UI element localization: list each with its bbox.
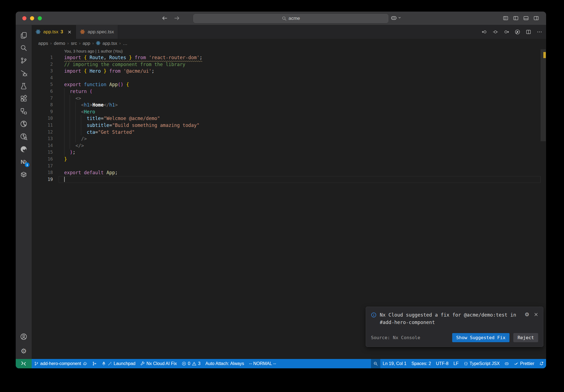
vim-mode-status[interactable]: -- NORMAL -- [246, 359, 278, 368]
status-text: LF [453, 361, 459, 366]
line-number: 14 [32, 142, 53, 149]
line-number: 16 [32, 156, 53, 163]
copilot-status[interactable] [502, 359, 511, 368]
breadcrumb-item[interactable]: demo [54, 41, 65, 46]
status-text: 0 [188, 361, 190, 366]
code-line-16: 16} [32, 156, 546, 163]
encoding-status[interactable]: UTF-8 [433, 359, 451, 368]
nav-back-icon[interactable] [482, 29, 487, 35]
prettier-status[interactable]: Prettier [511, 359, 537, 368]
notification-toast: Nx Cloud suggested a fix for @acme/demo:… [366, 307, 543, 347]
tab-app.tsx[interactable]: app.tsx3 [32, 25, 76, 39]
activity-item-search[interactable] [17, 42, 30, 54]
activity-item-testing[interactable] [17, 80, 30, 92]
breadcrumb-item[interactable]: app [83, 41, 90, 46]
breadcrumb-separator: › [50, 41, 52, 45]
line-number: 5 [32, 81, 53, 88]
panel-left-icon[interactable] [513, 15, 519, 21]
tab-close-icon[interactable] [67, 29, 72, 34]
code-line-11: 11 subtitle="Build something amazing tod… [32, 122, 546, 129]
notification-settings-gear-icon[interactable]: ⚙ [525, 311, 529, 317]
react-icon [96, 41, 101, 46]
close-window-button[interactable] [22, 16, 26, 20]
activity-item-extensions[interactable] [17, 92, 30, 105]
editor-actions [482, 25, 542, 39]
activity-item-source-control[interactable] [17, 54, 30, 67]
title-bar: acme [16, 12, 546, 25]
activity-badge: 1 [25, 162, 29, 167]
activity-item-explorer[interactable] [17, 29, 30, 42]
status-text: Spaces: 2 [411, 361, 431, 366]
breadcrumb-symbol[interactable]: … [123, 41, 128, 46]
status-text: Nx Cloud AI Fix [147, 361, 177, 366]
text-cursor [64, 177, 65, 182]
copilot-menu[interactable] [391, 15, 402, 21]
activity-item-account[interactable] [17, 330, 30, 343]
nav-forward-icon[interactable] [504, 29, 509, 35]
tab-bar: app.tsx3app.spec.tsx [32, 25, 546, 39]
run-circle-icon[interactable] [515, 29, 520, 35]
editor-scrollbar[interactable] [541, 49, 546, 141]
activity-bar: N1⚙ [16, 25, 32, 359]
breadcrumb-item[interactable]: src [71, 41, 77, 46]
cursor-position-status[interactable]: Ln 19, Col 1 [380, 359, 409, 368]
line-number: 18 [32, 169, 53, 176]
code-line-15: 15 ); [32, 149, 546, 156]
code-line-12: 12 cta="Get Started" [32, 129, 546, 136]
react-icon [80, 29, 85, 35]
history-back-button[interactable] [162, 15, 168, 21]
screencast-zoom-status[interactable] [371, 359, 380, 368]
code-line-17: 17 [32, 163, 546, 170]
layout-customize-icon[interactable] [503, 15, 508, 21]
code-editor[interactable]: You, 3 hours ago | 1 author (You) 1impor… [32, 48, 546, 359]
line-number: 1 [32, 54, 53, 61]
zoom-window-button[interactable] [38, 16, 42, 20]
indentation-status[interactable]: Spaces: 2 [409, 359, 433, 368]
auto-attach-status[interactable]: Auto Attach: Always [203, 359, 247, 368]
activity-item-dependency-graph[interactable] [17, 105, 30, 118]
line-number: 3 [32, 68, 53, 75]
tab-app.spec.tsx[interactable]: app.spec.tsx [76, 25, 118, 39]
panel-bottom-icon[interactable] [523, 15, 529, 21]
breadcrumb-file[interactable]: app.tsx [96, 41, 117, 46]
minimize-window-button[interactable] [30, 16, 34, 20]
history-forward-button[interactable] [174, 15, 180, 21]
problems-status[interactable]: 03 [179, 359, 203, 368]
activity-item-nx[interactable]: N1 [17, 156, 30, 168]
activity-item-branch-search[interactable] [17, 130, 30, 143]
panel-right-icon[interactable] [533, 15, 539, 21]
remote-indicator[interactable] [16, 359, 32, 368]
more-icon[interactable] [537, 29, 542, 35]
eol-status[interactable]: LF [451, 359, 461, 368]
status-text: 3 [198, 361, 200, 366]
line-number: 12 [32, 129, 53, 136]
notification-close-icon[interactable] [534, 312, 538, 317]
activity-item-circle-branch[interactable] [17, 118, 30, 130]
show-suggested-fix-button[interactable]: Show Suggested Fix [452, 333, 510, 342]
copilot-icon [505, 361, 509, 366]
language-status[interactable]: {}TypeScript JSX [461, 359, 502, 368]
line-number: 7 [32, 95, 53, 102]
tab-label: app.tsx [43, 29, 58, 35]
nav-dot-icon[interactable] [493, 29, 498, 35]
code-line-4: 4 [32, 75, 546, 81]
git-graph-status[interactable] [90, 359, 99, 368]
launchpad-status[interactable]: Launchpad [99, 359, 138, 368]
nx-cloud-ai-fix-status[interactable]: Nx Cloud AI Fix [138, 359, 179, 368]
split-editor-icon[interactable] [526, 29, 531, 35]
activity-item-container[interactable] [17, 168, 30, 181]
code-line-9: 9 <Hero [32, 108, 546, 115]
code-line-1: 1import { Route, Routes } from 'react-ro… [32, 54, 546, 61]
command-center-text: acme [289, 16, 300, 21]
notifications-bell[interactable] [537, 359, 546, 368]
activity-item-edge[interactable] [17, 143, 30, 156]
reject-button[interactable]: Reject [513, 333, 538, 342]
command-center-search[interactable]: acme [193, 14, 388, 23]
activity-item-run-debug[interactable] [17, 67, 30, 80]
branch-status[interactable]: add-hero-component [32, 359, 90, 368]
code-line-10: 10 title="Welcmoe @acme/demo" [32, 115, 546, 122]
error-icon [182, 361, 186, 366]
wrench-icon [140, 361, 145, 366]
breadcrumb-item[interactable]: apps [38, 41, 48, 46]
activity-item-settings[interactable]: ⚙ [17, 345, 30, 357]
